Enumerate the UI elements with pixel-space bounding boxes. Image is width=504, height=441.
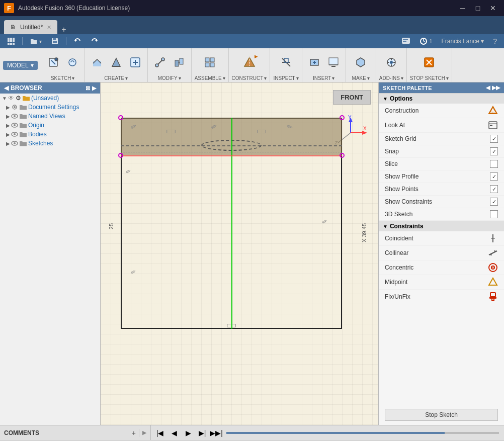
browser-root-label: (Unsaved): [31, 95, 59, 102]
browser-collapse-icon[interactable]: ◀: [4, 84, 9, 92]
create-button2[interactable]: [107, 53, 125, 71]
tab-untitled[interactable]: 🗎 Untitled* ✕: [4, 20, 57, 34]
browser-nv-arrow[interactable]: ▶: [6, 114, 10, 119]
modify-group-label[interactable]: MODIFY ▾: [158, 75, 181, 81]
stop-sketch-group-label[interactable]: STOP SKETCH ▾: [410, 75, 449, 81]
3d-sketch-checkbox[interactable]: [490, 210, 498, 218]
show-profile-option[interactable]: Show Profile: [379, 170, 504, 183]
maximize-button[interactable]: □: [471, 3, 485, 13]
stop-sketch-button[interactable]: Stop Sketch: [385, 409, 498, 421]
assemble-group-label[interactable]: ASSEMBLE ▾: [195, 75, 225, 81]
show-constraints-checkbox[interactable]: [490, 198, 498, 206]
insert-group: INSERT ▾: [302, 48, 346, 82]
browser-expand-icon[interactable]: ▶: [92, 85, 96, 92]
sketch-button2[interactable]: [63, 53, 81, 71]
coincident-constraint[interactable]: Coincident: [379, 231, 504, 246]
modify-button2[interactable]: [170, 53, 188, 71]
midpoint-constraint[interactable]: Midpoint: [379, 275, 504, 290]
comments-expand-icon[interactable]: ▶: [142, 429, 146, 436]
create-group-label[interactable]: CREATE ▾: [104, 75, 128, 81]
browser-doc-arrow[interactable]: ▶: [6, 105, 10, 110]
make-button1[interactable]: [352, 53, 370, 71]
browser-sketches[interactable]: ▶ Sketches: [0, 139, 100, 148]
comments-add-button[interactable]: +: [132, 429, 136, 437]
fix-unfix-constraint[interactable]: Fix/UnFix: [379, 290, 504, 304]
inspect-button1[interactable]: [277, 53, 295, 71]
minimize-button[interactable]: ─: [456, 3, 470, 13]
snap-checkbox[interactable]: [490, 147, 498, 155]
inspect-group-label[interactable]: INSPECT ▾: [273, 75, 298, 81]
tab-close-button[interactable]: ✕: [47, 24, 51, 31]
insert-button2[interactable]: [324, 53, 343, 71]
sketch-grid-option[interactable]: Sketch Grid: [379, 133, 504, 145]
sketch-button1[interactable]: [44, 53, 62, 71]
collinear-constraint[interactable]: Collinear: [379, 246, 504, 260]
model-selector[interactable]: MODEL ▾: [3, 61, 38, 70]
timeline-prev-button[interactable]: ◀: [168, 427, 180, 439]
construct-button1[interactable]: ▶: [240, 53, 259, 71]
slice-checkbox[interactable]: [490, 160, 498, 168]
tab-bar: 🗎 Untitled* ✕ +: [0, 16, 504, 34]
browser-doc-label: Document Settings: [28, 104, 79, 111]
stop-sketch-ribbon-button[interactable]: [420, 53, 438, 71]
addins-group-label[interactable]: ADD-INS ▾: [379, 75, 403, 81]
save-button[interactable]: [48, 36, 62, 46]
browser-bodies[interactable]: ▶ Bodies: [0, 130, 100, 139]
insert-group-label[interactable]: INSERT ▾: [313, 75, 335, 81]
timeline-first-button[interactable]: |◀: [154, 427, 166, 439]
coincident-icon: [488, 233, 498, 243]
sp-expand-icon[interactable]: ▶▶: [492, 84, 500, 91]
canvas-area[interactable]: FRONT Y X Z: [101, 82, 378, 425]
browser-root-item[interactable]: ▼ 👁 ⚙ (Unsaved): [0, 94, 100, 103]
browser-root-arrow[interactable]: ▼: [2, 96, 7, 101]
browser-origin-arrow[interactable]: ▶: [6, 123, 10, 128]
chat-button[interactable]: [398, 36, 413, 46]
svg-point-66: [14, 142, 16, 144]
make-group-label[interactable]: MAKE ▾: [352, 75, 370, 81]
redo-button[interactable]: [88, 36, 102, 46]
svg-rect-4: [10, 40, 12, 42]
sp-collapse-icon[interactable]: ◀: [486, 84, 490, 91]
3d-sketch-option[interactable]: 3D Sketch: [379, 208, 504, 221]
timeline-next-button[interactable]: ▶|: [196, 427, 208, 439]
snap-option[interactable]: Snap: [379, 145, 504, 158]
concentric-constraint[interactable]: Concentric: [379, 260, 504, 275]
construct-group-label[interactable]: CONSTRUCT ▾: [232, 75, 267, 81]
modify-button1[interactable]: [151, 53, 169, 71]
addins-button1[interactable]: [382, 53, 400, 71]
view-cube-front[interactable]: FRONT: [333, 90, 371, 105]
timeline-track[interactable]: [226, 432, 499, 434]
user-menu-button[interactable]: Francis Lance ▾: [439, 37, 487, 46]
timeline-play-button[interactable]: ▶: [182, 427, 194, 439]
slice-option[interactable]: Slice: [379, 158, 504, 170]
sketch-group-label[interactable]: SKETCH ▾: [51, 75, 75, 81]
sketch-constraint-tr: ⊏⊐: [257, 128, 267, 135]
look-at-option[interactable]: Look At: [379, 118, 504, 133]
close-button[interactable]: ✕: [486, 3, 500, 13]
browser-sketches-arrow[interactable]: ▶: [6, 141, 10, 146]
history-button[interactable]: 1: [416, 36, 435, 46]
timeline-last-button[interactable]: ▶▶|: [210, 427, 222, 439]
constraints-section-header[interactable]: ▼ Constraints: [379, 221, 504, 231]
browser-doc-settings[interactable]: ▶ Document Settings: [0, 103, 100, 112]
browser-origin[interactable]: ▶ Origin: [0, 121, 100, 130]
create-button3[interactable]: [126, 53, 144, 71]
sketch-grid-checkbox[interactable]: [490, 135, 498, 143]
browser-bodies-arrow[interactable]: ▶: [6, 132, 10, 137]
browser-named-views[interactable]: ▶ Named Views: [0, 112, 100, 121]
assemble-button1[interactable]: [201, 53, 219, 71]
grid-menu-button[interactable]: [4, 36, 18, 46]
show-points-option[interactable]: Show Points: [379, 183, 504, 196]
new-tab-button[interactable]: +: [57, 25, 70, 34]
browser-root-eye-icon[interactable]: 👁: [8, 95, 14, 102]
undo-button[interactable]: [70, 36, 85, 46]
file-menu-button[interactable]: ▾: [27, 36, 45, 46]
help-button[interactable]: ?: [490, 36, 500, 46]
show-constraints-option[interactable]: Show Constraints: [379, 196, 504, 208]
show-points-checkbox[interactable]: [490, 185, 498, 193]
create-button1[interactable]: [88, 53, 106, 71]
browser-pin-icon[interactable]: ⊠: [86, 85, 90, 92]
insert-button1[interactable]: [305, 53, 323, 71]
options-section-header[interactable]: ▼ Options: [379, 93, 504, 104]
show-profile-checkbox[interactable]: [490, 172, 498, 181]
